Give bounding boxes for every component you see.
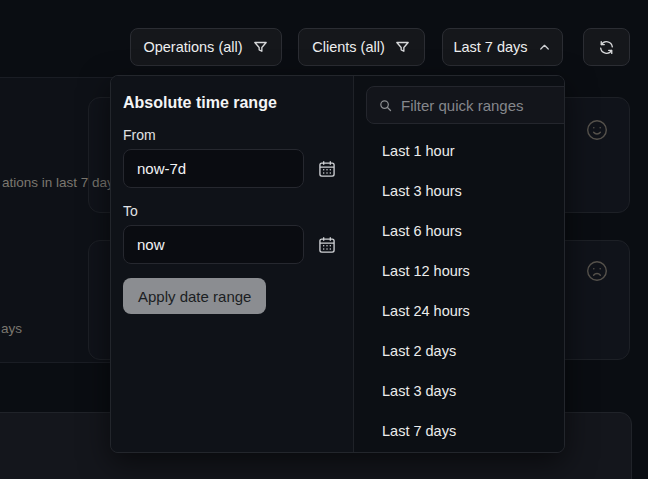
quick-range-option[interactable]: Last 3 hours: [354, 171, 565, 211]
to-label: To: [123, 203, 339, 219]
quick-ranges-pane: Last 1 hour Last 3 hours Last 6 hours La…: [353, 76, 565, 452]
to-calendar-button[interactable]: [317, 234, 339, 256]
clients-filter-button[interactable]: Clients (all): [298, 28, 425, 66]
quick-ranges-list: Last 1 hour Last 3 hours Last 6 hours La…: [354, 131, 565, 451]
quick-range-option[interactable]: Last 3 days: [354, 371, 565, 411]
quick-range-option[interactable]: Last 1 hour: [354, 131, 565, 171]
filter-icon: [252, 39, 269, 56]
from-input[interactable]: [123, 149, 304, 188]
absolute-time-range-title: Absolute time range: [123, 94, 339, 112]
refresh-icon: [598, 39, 615, 56]
quick-ranges-filter-input[interactable]: [401, 97, 565, 114]
calendar-icon: [317, 159, 339, 179]
quick-range-option[interactable]: Last 24 hours: [354, 291, 565, 331]
quick-range-option[interactable]: Last 2 days: [354, 331, 565, 371]
card-caption-fragment: ations in last 7 days: [2, 175, 121, 190]
filter-icon: [394, 39, 411, 56]
time-range-picker-button[interactable]: Last 7 days: [442, 28, 563, 66]
search-icon: [378, 98, 393, 113]
time-range-dropdown: Absolute time range From: [110, 75, 565, 453]
smiley-face-icon: [585, 118, 609, 142]
absolute-time-range-pane: Absolute time range From: [111, 76, 353, 452]
to-input[interactable]: [123, 225, 304, 264]
from-label: From: [123, 127, 339, 143]
calendar-icon: [317, 235, 339, 255]
operations-filter-label: Operations (all): [143, 39, 242, 55]
card-caption-fragment: ays: [1, 321, 22, 336]
clients-filter-label: Clients (all): [312, 39, 385, 55]
time-range-label: Last 7 days: [453, 39, 527, 55]
quick-range-option[interactable]: Last 12 hours: [354, 251, 565, 291]
quick-range-option[interactable]: Last 6 hours: [354, 211, 565, 251]
quick-ranges-search-box[interactable]: [366, 86, 565, 124]
from-calendar-button[interactable]: [317, 158, 339, 180]
refresh-button[interactable]: [583, 28, 630, 66]
quick-range-option[interactable]: Last 7 days: [354, 411, 565, 451]
apply-date-range-button[interactable]: Apply date range: [123, 278, 266, 314]
operations-filter-button[interactable]: Operations (all): [130, 28, 282, 66]
chevron-up-icon: [537, 40, 552, 55]
frowny-face-icon: [585, 259, 609, 283]
